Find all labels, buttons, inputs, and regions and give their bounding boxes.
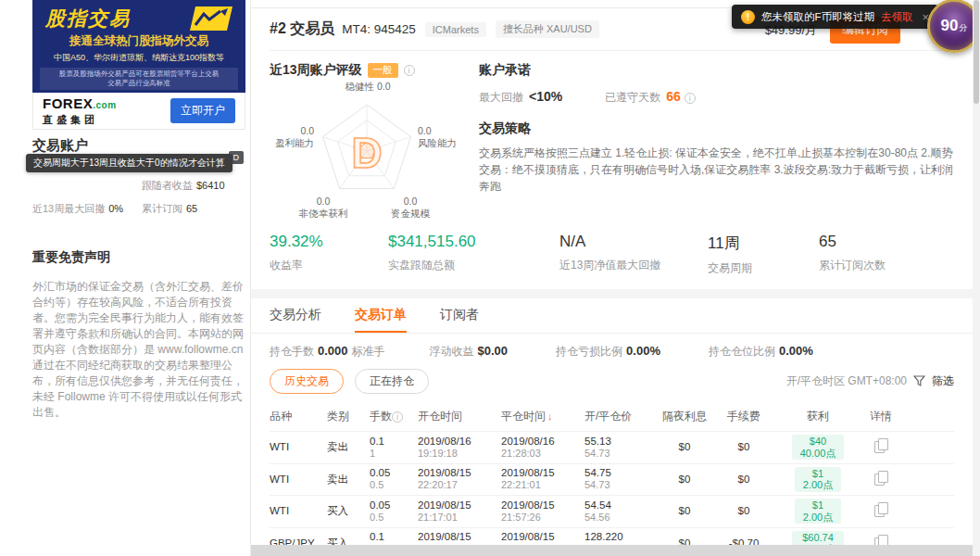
stat-return-rate: 39.32% 收益率 [270, 233, 388, 276]
radar-svg: D [302, 97, 432, 208]
sidebar: 股指交易 接通全球热门股指场外交易 中国A50、华尔街道琼斯、纳斯达克100指数… [32, 0, 245, 432]
strategy-title: 交易策略 [479, 120, 954, 137]
radar-label-nonluck: 0.0非侥幸获利 [295, 196, 351, 220]
col-detail: 详情 [862, 409, 899, 424]
stat-subscribe-count: 65 累计订阅次数 [819, 233, 954, 276]
cell-side: 买入 [327, 537, 370, 545]
stat-value: 39.32% [270, 233, 388, 251]
cell-symbol: WTI [270, 441, 327, 453]
cell-profit: $12.00点 [773, 467, 862, 493]
cell-close-time: 2019/08/1621:28:03 [501, 436, 584, 460]
cell-symbol: WTI [270, 474, 327, 486]
table-row: WTI 卖出 0.050.5 2019/08/1522:20:17 2019/0… [270, 463, 954, 496]
stat-label: 近13周净值最大回撤 [559, 258, 708, 273]
col-close-time[interactable]: 平仓时间↓ [501, 409, 584, 424]
radar-label-risk: 0.0风险能力 [418, 125, 464, 149]
section-divider-band [251, 289, 973, 298]
disclaimer-body: 外汇市场的保证金交易（含外汇交易、差价合约等）存在较高风险，不适合所有投资者。您… [32, 279, 245, 421]
commitment-title: 账户承诺 [479, 62, 954, 79]
cell-symbol: GBP/JPY [270, 537, 327, 545]
broker-company: 直盛集团 [43, 113, 117, 127]
tab-subscribers[interactable]: 订阅者 [440, 298, 479, 333]
cell-price: 128.220128.865 [584, 531, 655, 545]
stat-max-drawdown-13w: N/A 近13周净值最大回撤 [559, 233, 708, 276]
coin-icon: ! [741, 10, 755, 24]
commitment-metrics: 最大回撤<10% 已遵守天数66i [479, 89, 954, 106]
stat-label: 累计订阅次数 [819, 258, 954, 273]
col-commission: 手续费 [714, 409, 773, 424]
max-drawdown-metric: 最大回撤<10% [479, 89, 562, 106]
tab-trade-orders[interactable]: 交易订单 [355, 298, 407, 333]
cell-commission: $0 [714, 505, 773, 517]
account-stat-grid: 跟随者收益$6410 近13周最大回撤0% 累计订阅65 [32, 179, 245, 216]
claim-link[interactable]: 去领取 [881, 10, 913, 24]
filter-funnel-icon[interactable] [913, 375, 925, 387]
cell-close-time: 2019/08/1522:21:01 [501, 467, 584, 491]
disclaimer-title: 重要免责声明 [32, 249, 245, 266]
specialty-tag: 擅长品种 XAU/USD [496, 20, 599, 38]
col-lots: 手数i [370, 409, 418, 424]
page-scrollbar [973, 0, 980, 556]
ad-fineprint: 股票及股指场外交易产品可在股票期货等平台上交易 交易产品行业高标准 [40, 68, 238, 90]
table-row: GBP/JPY 买入 0.10.1 2019/08/1516:56:23 201… [270, 527, 954, 546]
grade-letter: D [351, 129, 382, 177]
rating-title: 近13周账户评级 [270, 62, 362, 79]
rating-info-icon[interactable]: i [404, 65, 415, 76]
cell-profit: $60.7464.50点 [773, 531, 862, 546]
sort-desc-icon[interactable]: ↓ [547, 411, 553, 422]
col-price: 开/平仓价 [584, 409, 655, 424]
days-info-icon[interactable]: i [685, 93, 696, 104]
stat-max-drawdown: 近13周最大回撤0% [32, 202, 142, 216]
profit-chip: $60.7464.50点 [792, 531, 845, 546]
tab-trade-analysis[interactable]: 交易分析 [270, 298, 321, 333]
ad-fineprint-line1: 股票及股指场外交易产品可在股票期货等平台上交易 [40, 70, 238, 79]
filter-button[interactable]: 筛选 [932, 373, 954, 389]
detail-doc-icon[interactable] [874, 471, 887, 485]
detail-doc-icon[interactable] [874, 438, 887, 452]
radar-column: 近13周账户评级 一般 i D [270, 62, 466, 221]
radar-label-capital: 0.0资金规模 [383, 196, 438, 220]
stat-value: $6410 [196, 180, 225, 191]
detail-doc-icon[interactable] [874, 535, 887, 545]
pill-history-trades[interactable]: 历史交易 [270, 369, 344, 394]
logo-main: FOREX [43, 95, 93, 111]
stat-value: 65 [819, 233, 954, 251]
lots-info-icon[interactable]: i [392, 411, 403, 423]
cell-swap: $0 [655, 474, 714, 486]
stat-subscriptions: 累计订阅65 [142, 202, 245, 216]
rating-level-tag: 一般 [368, 63, 398, 78]
stat-label: 交易周期 [708, 260, 819, 276]
pos-floating-profit: 浮动收益$0.00 [430, 344, 512, 360]
open-account-button[interactable]: 立即开户 [170, 98, 235, 123]
cell-profit: $12.00点 [773, 499, 862, 524]
timezone-label: 开/平仓时区 GMT+08:00 [786, 373, 907, 389]
col-open-time: 开仓时间 [418, 409, 501, 424]
stat-label: 近13周最大回撤 [32, 203, 105, 214]
page: 股指交易 接通全球热门股指场外交易 中国A50、华尔街道琼斯、纳斯达克100指数… [0, 0, 980, 556]
col-symbol: 品种 [270, 409, 327, 424]
filter-row: 历史交易 正在持仓 开/平仓时区 GMT+08:00 筛选 [270, 367, 954, 401]
cell-side: 卖出 [327, 441, 370, 453]
col-profit: 获利 [773, 409, 862, 424]
sidebar-ad-banner[interactable]: 股指交易 接通全球热门股指场外交易 中国A50、华尔街道琼斯、纳斯达克100指数… [32, 0, 245, 93]
score-value: 90 [941, 17, 959, 35]
pill-open-positions[interactable]: 正在持仓 [355, 369, 429, 394]
commitment-column: 账户承诺 最大回撤<10% 已遵守天数66i 交易策略 交易系统严格按照三点建立… [466, 62, 954, 221]
stat-label: 跟随者收益 [142, 180, 193, 191]
cell-close-time: 2019/08/1520:21:45 [501, 531, 584, 545]
stat-value: 0% [108, 203, 123, 214]
detail-doc-icon[interactable] [874, 502, 887, 516]
ad-fineprint-line2: 交易产品行业高标准 [40, 79, 238, 88]
radar-label-profitability: 0.0盈利能力 [271, 125, 314, 149]
stat-trade-weeks: 11周 交易周期 [708, 233, 819, 276]
cell-open-time: 2019/08/1521:17:01 [418, 499, 501, 524]
cell-commission: $0 [714, 474, 773, 486]
cell-swap: $0 [655, 537, 714, 545]
profit-chip: $4040.00点 [792, 435, 845, 460]
stat-value: 11周 [708, 233, 819, 254]
ad-indices-line: 中国A50、华尔街道琼斯、纳斯达克100指数等 [40, 52, 238, 64]
cell-detail [862, 438, 899, 456]
cell-lots: 0.050.5 [370, 499, 418, 524]
scrollbar-thumb[interactable] [974, 0, 979, 104]
col-side: 类别 [327, 409, 370, 424]
